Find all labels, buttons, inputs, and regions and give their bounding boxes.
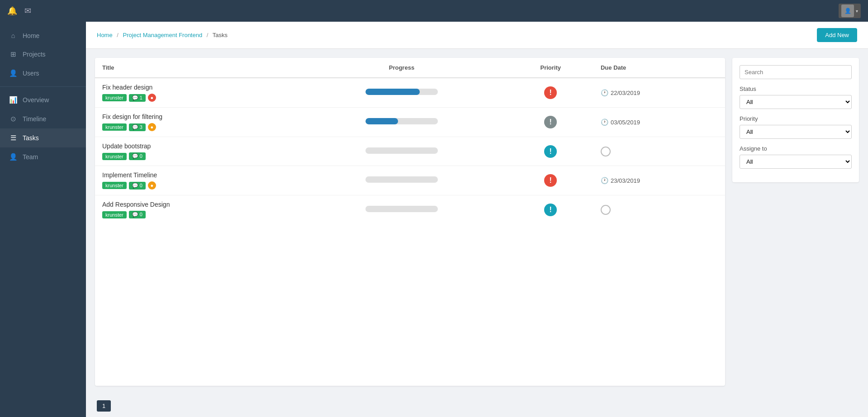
- breadcrumb-project[interactable]: Project Management Frontend: [123, 32, 203, 38]
- sidebar-item-label: Timeline: [23, 115, 46, 123]
- task-title[interactable]: Implement Timeline: [102, 171, 288, 179]
- add-new-button[interactable]: Add New: [817, 28, 857, 42]
- assignee-badge: krunster: [102, 211, 127, 218]
- progress-bar-fill: [365, 89, 420, 95]
- duedate-cell: 🕐23/03/2019: [593, 166, 725, 195]
- comment-badge: 💬 1: [129, 94, 146, 102]
- comment-badge: 💬 0: [129, 152, 146, 160]
- breadcrumb-sep-1: /: [117, 32, 119, 38]
- table-row: Add Responsive Design krunster 💬 0 !: [95, 195, 725, 224]
- sidebar-item-timeline[interactable]: ⊙ Timeline: [0, 109, 86, 128]
- user-menu-button[interactable]: 👤 ▾: [839, 4, 861, 18]
- status-badge-orange: ●: [148, 123, 156, 131]
- due-date-value: 03/05/2019: [611, 119, 640, 126]
- breadcrumb-bar: Home / Project Management Frontend / Tas…: [86, 22, 868, 49]
- priority-icon-medium: !: [544, 116, 557, 128]
- status-label: Status: [740, 85, 852, 92]
- task-badges: krunster 💬 0: [102, 152, 288, 160]
- due-date-value: 22/03/2019: [611, 90, 640, 96]
- progress-cell: [295, 108, 508, 137]
- home-icon: ⌂: [9, 32, 17, 39]
- status-select[interactable]: All Open In Progress Closed: [740, 95, 852, 109]
- page-1-button[interactable]: 1: [97, 400, 111, 412]
- priority-icon-low: !: [544, 204, 557, 216]
- progress-bar-track: [365, 206, 438, 212]
- sidebar-item-label: Team: [23, 153, 38, 161]
- topbar-right: 👤 ▾: [839, 4, 861, 18]
- task-title-cell: Update bootstrap krunster 💬 0: [95, 137, 295, 166]
- progress-bar-track: [365, 147, 438, 154]
- task-title-cell: Fix design for filtering krunster 💬 3 ●: [95, 108, 295, 137]
- assignee-badge: krunster: [102, 182, 127, 189]
- task-badges: krunster 💬 1 ●: [102, 94, 288, 102]
- duedate-cell: [593, 137, 725, 166]
- clock-empty-icon: [601, 205, 611, 215]
- sidebar-item-overview[interactable]: 📊 Overview: [0, 90, 86, 109]
- chevron-down-icon: ▾: [856, 9, 858, 14]
- progress-cell: [295, 78, 508, 108]
- task-title[interactable]: Add Responsive Design: [102, 201, 288, 208]
- priority-cell: !: [508, 195, 593, 224]
- breadcrumb: Home / Project Management Frontend / Tas…: [97, 32, 228, 38]
- progress-bar-track: [365, 176, 438, 183]
- topbar-icons: 🔔 ✉: [7, 6, 31, 16]
- assignee-select[interactable]: All krunster: [740, 155, 852, 169]
- tasks-table: Title Progress Priority Due Date Fix hea…: [95, 58, 725, 224]
- priority-cell: !: [508, 78, 593, 108]
- sidebar-item-label: Users: [23, 70, 39, 77]
- duedate-cell: 🕐03/05/2019: [593, 108, 725, 137]
- priority-icon-low: !: [544, 145, 557, 158]
- priority-cell: !: [508, 166, 593, 195]
- duedate-cell: 🕐22/03/2019: [593, 78, 725, 108]
- progress-cell: [295, 137, 508, 166]
- sidebar-item-team[interactable]: 👤 Team: [0, 147, 86, 166]
- search-input[interactable]: [740, 65, 852, 79]
- due-date-value: 23/03/2019: [611, 177, 640, 184]
- breadcrumb-current: Tasks: [213, 32, 228, 38]
- pagination-bar: 1: [86, 395, 868, 417]
- priority-select[interactable]: All Low Medium High: [740, 125, 852, 139]
- priority-cell: !: [508, 108, 593, 137]
- progress-bar-fill: [365, 118, 398, 124]
- progress-bar-track: [365, 89, 438, 95]
- task-title[interactable]: Update bootstrap: [102, 142, 288, 150]
- sidebar-item-projects[interactable]: ⊞ Projects: [0, 45, 86, 64]
- progress-cell: [295, 166, 508, 195]
- table-row: Fix header design krunster 💬 1 ● !🕐22/03…: [95, 78, 725, 108]
- comment-badge: 💬 0: [129, 211, 146, 218]
- task-badges: krunster 💬 0: [102, 211, 288, 218]
- clock-icon: 🕐: [601, 177, 608, 184]
- priority-cell: !: [508, 137, 593, 166]
- sidebar-item-label: Projects: [23, 51, 46, 58]
- sidebar-item-users[interactable]: 👤 Users: [0, 64, 86, 83]
- task-title[interactable]: Fix header design: [102, 84, 288, 91]
- user-icon: 👤: [9, 69, 17, 77]
- sidebar-item-home[interactable]: ⌂ Home: [0, 26, 86, 45]
- sidebar-divider: [0, 86, 86, 87]
- col-progress: Progress: [295, 58, 508, 78]
- assignee-label: Assigne to: [740, 145, 852, 152]
- bell-icon[interactable]: 🔔: [7, 6, 17, 16]
- col-duedate: Due Date: [593, 58, 725, 78]
- clock-empty-icon: [601, 147, 611, 156]
- task-title-cell: Fix header design krunster 💬 1 ●: [95, 78, 295, 108]
- clock-icon: 🕐: [601, 118, 608, 126]
- comment-badge: 💬 3: [129, 123, 146, 131]
- task-badges: krunster 💬 0 ●: [102, 181, 288, 190]
- assignee-badge: krunster: [102, 94, 127, 101]
- sidebar-item-label: Home: [23, 32, 39, 39]
- duedate-cell: [593, 195, 725, 224]
- sidebar-item-tasks[interactable]: ☰ Tasks: [0, 128, 86, 147]
- overview-icon: 📊: [9, 96, 17, 104]
- mail-icon[interactable]: ✉: [24, 6, 31, 16]
- col-title: Title: [95, 58, 295, 78]
- content-area: Title Progress Priority Due Date Fix hea…: [86, 49, 868, 395]
- clock-icon: 🕐: [601, 89, 608, 96]
- avatar: 👤: [841, 5, 854, 17]
- sidebar-item-label: Overview: [23, 96, 49, 104]
- task-title[interactable]: Fix design for filtering: [102, 113, 288, 120]
- priority-label: Priority: [740, 115, 852, 122]
- col-priority: Priority: [508, 58, 593, 78]
- breadcrumb-home[interactable]: Home: [97, 32, 113, 38]
- breadcrumb-sep-2: /: [207, 32, 209, 38]
